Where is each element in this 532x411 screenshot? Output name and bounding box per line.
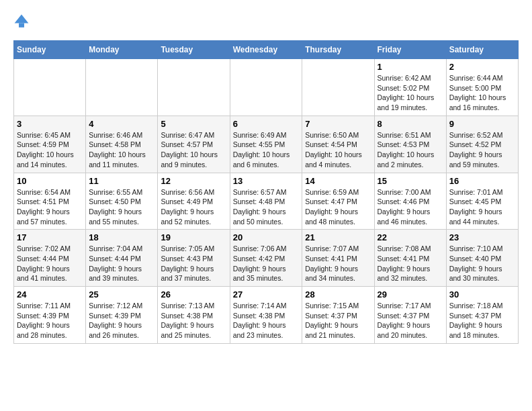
svg-rect-1 — [19, 23, 24, 27]
day-info: Sunrise: 6:42 AM Sunset: 5:02 PM Dayligh… — [378, 73, 443, 113]
day-number: 18 — [89, 232, 154, 242]
day-info: Sunrise: 6:45 AM Sunset: 4:59 PM Dayligh… — [17, 130, 83, 170]
day-header-friday: Friday — [374, 41, 446, 59]
day-info: Sunrise: 7:18 AM Sunset: 4:37 PM Dayligh… — [449, 301, 515, 340]
day-info: Sunrise: 6:55 AM Sunset: 4:50 PM Dayligh… — [89, 187, 154, 227]
day-cell: 30Sunrise: 7:18 AM Sunset: 4:37 PM Dayli… — [446, 287, 518, 344]
day-cell: 21Sunrise: 7:07 AM Sunset: 4:41 PM Dayli… — [302, 230, 374, 287]
day-number: 14 — [305, 176, 371, 186]
week-row-3: 10Sunrise: 6:54 AM Sunset: 4:51 PM Dayli… — [14, 173, 519, 230]
day-info: Sunrise: 7:11 AM Sunset: 4:39 PM Dayligh… — [17, 301, 83, 340]
day-info: Sunrise: 7:15 AM Sunset: 4:37 PM Dayligh… — [305, 301, 371, 340]
calendar-table: SundayMondayTuesdayWednesdayThursdayFrid… — [13, 40, 519, 344]
day-info: Sunrise: 7:13 AM Sunset: 4:38 PM Dayligh… — [161, 301, 226, 340]
day-cell: 5Sunrise: 6:47 AM Sunset: 4:57 PM Daylig… — [158, 116, 230, 173]
day-cell: 15Sunrise: 7:00 AM Sunset: 4:46 PM Dayli… — [374, 173, 446, 230]
day-info: Sunrise: 6:51 AM Sunset: 4:53 PM Dayligh… — [378, 130, 443, 170]
day-cell: 25Sunrise: 7:12 AM Sunset: 4:39 PM Dayli… — [86, 287, 158, 344]
day-info: Sunrise: 7:17 AM Sunset: 4:37 PM Dayligh… — [378, 301, 443, 340]
day-info: Sunrise: 6:59 AM Sunset: 4:47 PM Dayligh… — [305, 187, 371, 227]
day-number: 20 — [233, 232, 300, 242]
day-number: 7 — [305, 119, 371, 129]
week-row-1: 1Sunrise: 6:42 AM Sunset: 5:02 PM Daylig… — [14, 59, 519, 116]
day-cell: 23Sunrise: 7:10 AM Sunset: 4:40 PM Dayli… — [446, 230, 518, 287]
day-number: 9 — [449, 119, 515, 129]
day-header-wednesday: Wednesday — [230, 41, 302, 59]
day-info: Sunrise: 7:08 AM Sunset: 4:41 PM Dayligh… — [378, 244, 443, 283]
svg-marker-0 — [15, 15, 29, 24]
day-info: Sunrise: 6:47 AM Sunset: 4:57 PM Dayligh… — [161, 130, 226, 170]
day-header-monday: Monday — [86, 41, 158, 59]
day-cell: 6Sunrise: 6:49 AM Sunset: 4:55 PM Daylig… — [230, 116, 302, 173]
day-cell: 13Sunrise: 6:57 AM Sunset: 4:48 PM Dayli… — [230, 173, 302, 230]
day-cell: 7Sunrise: 6:50 AM Sunset: 4:54 PM Daylig… — [302, 116, 374, 173]
day-cell: 28Sunrise: 7:15 AM Sunset: 4:37 PM Dayli… — [302, 287, 374, 344]
day-number: 3 — [17, 119, 83, 129]
day-number: 12 — [161, 176, 226, 186]
day-info: Sunrise: 7:14 AM Sunset: 4:38 PM Dayligh… — [233, 301, 300, 340]
page-header — [13, 13, 519, 30]
day-cell: 29Sunrise: 7:17 AM Sunset: 4:37 PM Dayli… — [374, 287, 446, 344]
day-number: 16 — [449, 176, 515, 186]
day-info: Sunrise: 6:44 AM Sunset: 5:00 PM Dayligh… — [449, 73, 515, 113]
day-info: Sunrise: 6:56 AM Sunset: 4:49 PM Dayligh… — [161, 187, 226, 227]
logo — [13, 13, 32, 30]
day-info: Sunrise: 6:50 AM Sunset: 4:54 PM Dayligh… — [305, 130, 371, 170]
day-number: 25 — [89, 289, 154, 300]
week-row-2: 3Sunrise: 6:45 AM Sunset: 4:59 PM Daylig… — [14, 116, 519, 173]
day-number: 17 — [17, 232, 83, 242]
day-header-tuesday: Tuesday — [158, 41, 230, 59]
day-number: 10 — [17, 176, 83, 186]
day-info: Sunrise: 6:57 AM Sunset: 4:48 PM Dayligh… — [233, 187, 300, 227]
day-cell: 1Sunrise: 6:42 AM Sunset: 5:02 PM Daylig… — [374, 59, 446, 116]
day-cell: 20Sunrise: 7:06 AM Sunset: 4:42 PM Dayli… — [230, 230, 302, 287]
day-info: Sunrise: 7:10 AM Sunset: 4:40 PM Dayligh… — [449, 244, 515, 283]
day-number: 21 — [305, 232, 371, 242]
day-header-thursday: Thursday — [302, 41, 374, 59]
day-info: Sunrise: 6:54 AM Sunset: 4:51 PM Dayligh… — [17, 187, 83, 227]
day-info: Sunrise: 7:02 AM Sunset: 4:44 PM Dayligh… — [17, 244, 83, 283]
day-cell: 10Sunrise: 6:54 AM Sunset: 4:51 PM Dayli… — [14, 173, 86, 230]
day-number: 11 — [89, 176, 154, 186]
day-cell — [14, 59, 86, 116]
day-cell: 19Sunrise: 7:05 AM Sunset: 4:43 PM Dayli… — [158, 230, 230, 287]
day-cell: 24Sunrise: 7:11 AM Sunset: 4:39 PM Dayli… — [14, 287, 86, 344]
day-cell: 14Sunrise: 6:59 AM Sunset: 4:47 PM Dayli… — [302, 173, 374, 230]
day-cell: 12Sunrise: 6:56 AM Sunset: 4:49 PM Dayli… — [158, 173, 230, 230]
day-info: Sunrise: 7:04 AM Sunset: 4:44 PM Dayligh… — [89, 244, 154, 283]
logo-icon — [13, 13, 30, 30]
day-header-saturday: Saturday — [446, 41, 518, 59]
day-cell — [86, 59, 158, 116]
day-number: 23 — [449, 232, 515, 242]
day-cell: 22Sunrise: 7:08 AM Sunset: 4:41 PM Dayli… — [374, 230, 446, 287]
day-number: 6 — [233, 119, 300, 129]
day-number: 8 — [378, 119, 443, 129]
day-number: 1 — [378, 62, 443, 72]
day-info: Sunrise: 7:05 AM Sunset: 4:43 PM Dayligh… — [161, 244, 226, 283]
day-number: 19 — [161, 232, 226, 242]
day-cell: 17Sunrise: 7:02 AM Sunset: 4:44 PM Dayli… — [14, 230, 86, 287]
day-number: 26 — [161, 289, 226, 300]
week-row-5: 24Sunrise: 7:11 AM Sunset: 4:39 PM Dayli… — [14, 287, 519, 344]
day-cell: 11Sunrise: 6:55 AM Sunset: 4:50 PM Dayli… — [86, 173, 158, 230]
day-number: 28 — [305, 289, 371, 300]
day-number: 15 — [378, 176, 443, 186]
day-info: Sunrise: 7:01 AM Sunset: 4:45 PM Dayligh… — [449, 187, 515, 227]
day-cell: 2Sunrise: 6:44 AM Sunset: 5:00 PM Daylig… — [446, 59, 518, 116]
day-cell: 3Sunrise: 6:45 AM Sunset: 4:59 PM Daylig… — [14, 116, 86, 173]
day-info: Sunrise: 6:52 AM Sunset: 4:52 PM Dayligh… — [449, 130, 515, 170]
day-number: 4 — [89, 119, 154, 129]
day-cell: 26Sunrise: 7:13 AM Sunset: 4:38 PM Dayli… — [158, 287, 230, 344]
day-info: Sunrise: 6:46 AM Sunset: 4:58 PM Dayligh… — [89, 130, 154, 170]
day-number: 30 — [449, 289, 515, 300]
day-info: Sunrise: 7:00 AM Sunset: 4:46 PM Dayligh… — [378, 187, 443, 227]
day-cell: 9Sunrise: 6:52 AM Sunset: 4:52 PM Daylig… — [446, 116, 518, 173]
day-cell: 16Sunrise: 7:01 AM Sunset: 4:45 PM Dayli… — [446, 173, 518, 230]
day-number: 2 — [449, 62, 515, 72]
day-cell: 18Sunrise: 7:04 AM Sunset: 4:44 PM Dayli… — [86, 230, 158, 287]
day-number: 22 — [378, 232, 443, 242]
day-info: Sunrise: 7:07 AM Sunset: 4:41 PM Dayligh… — [305, 244, 371, 283]
day-number: 5 — [161, 119, 226, 129]
day-cell: 4Sunrise: 6:46 AM Sunset: 4:58 PM Daylig… — [86, 116, 158, 173]
day-info: Sunrise: 7:12 AM Sunset: 4:39 PM Dayligh… — [89, 301, 154, 340]
